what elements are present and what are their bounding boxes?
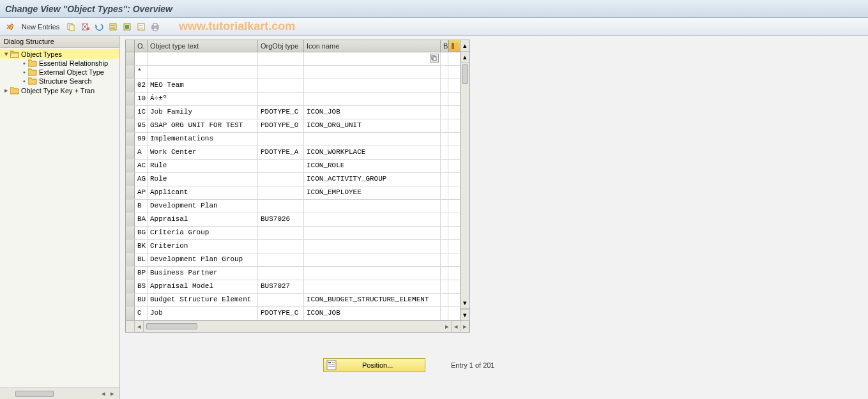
cell-icon[interactable]: ICON_ACTIVITY_GROUP <box>304 173 441 186</box>
cell-o[interactable] <box>135 52 148 65</box>
row-selector[interactable] <box>126 186 135 199</box>
row-selector[interactable] <box>126 240 135 253</box>
cell-o[interactable]: BU <box>135 294 148 306</box>
cell-org[interactable]: BUS7027 <box>258 280 304 293</box>
scrollbar-track[interactable] <box>461 63 469 297</box>
cell-text[interactable]: MEO Team <box>148 79 258 92</box>
cell-icon[interactable] <box>304 213 441 226</box>
tree-node-structure-search[interactable]: • Structure Search <box>0 77 119 86</box>
cell-b[interactable] <box>441 52 448 65</box>
tree-expand-icon[interactable]: ▸ <box>3 86 10 94</box>
cell-org[interactable] <box>258 93 304 105</box>
tree-node-object-types[interactable]: ▾ Object Types <box>0 49 119 59</box>
cell-icon[interactable]: ICON_ROLE <box>304 160 441 172</box>
cell-org[interactable] <box>258 267 304 280</box>
print-icon[interactable] <box>150 22 160 32</box>
scroll-right-icon[interactable]: ▸ <box>443 321 452 332</box>
cell-b[interactable] <box>441 267 448 280</box>
cell-icon[interactable] <box>304 93 441 105</box>
tree-node-object-type-key[interactable]: ▸ Object Type Key + Tran <box>0 86 119 95</box>
row-selector[interactable] <box>126 267 135 280</box>
cell-b[interactable] <box>441 307 448 320</box>
cell-text[interactable]: Budget Structure Element <box>148 294 258 306</box>
scroll-down-icon[interactable]: ▾ <box>461 297 469 309</box>
row-selector[interactable] <box>126 66 135 79</box>
cell-o[interactable]: 95 <box>135 119 148 132</box>
cell-text[interactable]: Work Center <box>148 146 258 159</box>
deselect-all-icon[interactable] <box>136 22 146 32</box>
cell-b[interactable] <box>441 119 448 132</box>
cell-b[interactable] <box>441 66 448 79</box>
cell-org[interactable] <box>258 227 304 239</box>
position-button[interactable]: Position... <box>323 358 425 372</box>
cell-o[interactable]: BA <box>135 213 148 226</box>
row-selector[interactable] <box>126 307 135 320</box>
cell-icon[interactable]: ICON_WORKPLACE <box>304 146 441 159</box>
grid-header-o[interactable]: O. <box>135 40 148 52</box>
cell-o[interactable]: B <box>135 200 148 213</box>
cell-b[interactable] <box>441 173 448 186</box>
cell-b[interactable] <box>441 186 448 199</box>
cell-text[interactable]: Development Plan <box>148 200 258 213</box>
copy-icon[interactable] <box>66 22 76 32</box>
cell-text[interactable]: Role <box>148 173 258 186</box>
cell-org[interactable] <box>258 52 304 65</box>
cell-text[interactable]: Development Plan Group <box>148 253 258 266</box>
cell-b[interactable] <box>441 240 448 253</box>
scrollbar-track[interactable] <box>144 321 443 332</box>
cell-text[interactable]: GSAP ORG UNIT FOR TEST <box>148 119 258 132</box>
cell-b[interactable] <box>441 146 448 159</box>
cell-icon[interactable] <box>304 227 441 239</box>
f4-help-icon[interactable] <box>430 54 439 63</box>
scrollbar-thumb[interactable] <box>15 391 54 397</box>
row-selector[interactable] <box>126 227 135 239</box>
cell-org[interactable] <box>258 253 304 266</box>
grid-v-scrollbar[interactable]: ▴ ▴ ▾ ▾ <box>460 40 469 320</box>
cell-org[interactable] <box>258 66 304 79</box>
scroll-up-icon[interactable]: ▴ <box>461 52 469 63</box>
row-selector[interactable] <box>126 93 135 105</box>
cell-b[interactable] <box>441 213 448 226</box>
cell-b[interactable] <box>441 79 448 92</box>
row-selector[interactable] <box>126 146 135 159</box>
cell-icon[interactable] <box>304 66 441 79</box>
cell-b[interactable] <box>441 93 448 105</box>
cell-o[interactable]: BL <box>135 253 148 266</box>
cell-icon[interactable] <box>304 200 441 213</box>
cell-o[interactable]: 02 <box>135 79 148 92</box>
cell-o[interactable]: AP <box>135 186 148 199</box>
tree-node-external-object-type[interactable]: • External Object Type <box>0 68 119 77</box>
row-selector[interactable] <box>126 52 135 65</box>
configure-columns-icon[interactable] <box>448 40 460 52</box>
cell-text[interactable] <box>148 66 258 79</box>
row-selector[interactable] <box>126 119 135 132</box>
cell-text[interactable]: Business Partner <box>148 267 258 280</box>
cell-icon[interactable] <box>304 267 441 280</box>
cell-text[interactable]: Applicant <box>148 186 258 199</box>
cell-org[interactable] <box>258 173 304 186</box>
cell-o[interactable]: BS <box>135 280 148 293</box>
cell-text[interactable]: Criterion <box>148 240 258 253</box>
cell-icon[interactable] <box>304 52 441 65</box>
scroll-left-icon[interactable]: ◂ <box>99 389 108 398</box>
sidebar-h-scrollbar[interactable]: ◂ ▸ <box>0 388 119 399</box>
cell-icon[interactable] <box>304 79 441 92</box>
cell-text[interactable]: Rule <box>148 160 258 172</box>
cell-b[interactable] <box>441 106 448 119</box>
cell-o[interactable]: A <box>135 146 148 159</box>
cell-org[interactable]: PDOTYPE_O <box>258 119 304 132</box>
scrollbar-thumb[interactable] <box>146 323 197 329</box>
cell-o[interactable]: AC <box>135 160 148 172</box>
cell-b[interactable] <box>441 227 448 239</box>
cell-b[interactable] <box>441 200 448 213</box>
cell-o[interactable]: AG <box>135 173 148 186</box>
cell-org[interactable]: PDOTYPE_A <box>258 146 304 159</box>
grid-header-text[interactable]: Object type text <box>148 40 258 52</box>
grid-header-icon[interactable]: Icon name <box>304 40 441 52</box>
row-selector[interactable] <box>126 79 135 92</box>
cell-text[interactable]: Appraisal Model <box>148 280 258 293</box>
cell-o[interactable]: BG <box>135 227 148 239</box>
grid-header-selector[interactable] <box>126 40 135 52</box>
cell-b[interactable] <box>441 294 448 306</box>
cell-org[interactable] <box>258 160 304 172</box>
